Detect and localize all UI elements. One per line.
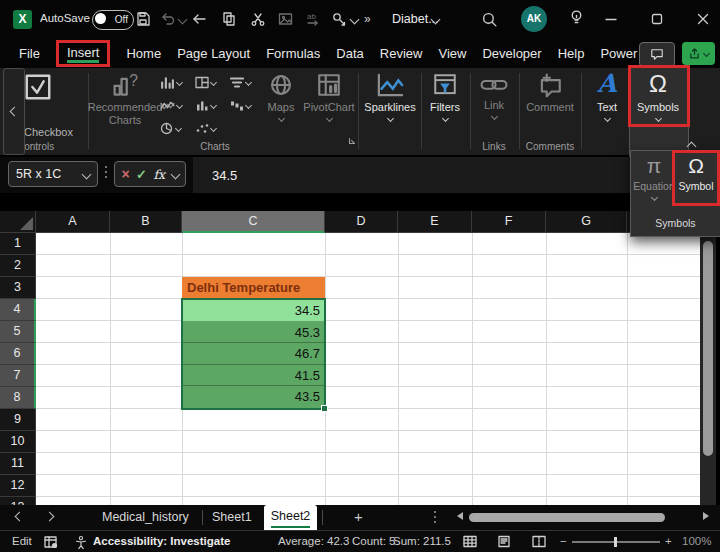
row-header-9[interactable]: 9 <box>0 409 36 431</box>
name-box[interactable]: 5R x 1C <box>8 161 98 187</box>
sheet-nav-right-icon[interactable] <box>45 512 55 522</box>
cell-c8[interactable]: 43.5 <box>183 386 324 408</box>
tab-insert[interactable]: Insert <box>67 45 100 60</box>
tab-page-layout[interactable]: Page Layout <box>177 46 250 61</box>
cell-c5[interactable]: 45.3 <box>183 322 324 344</box>
insert-treemap-chart-button[interactable] <box>195 76 216 89</box>
tab-home[interactable]: Home <box>126 46 161 61</box>
pivotchart-button[interactable]: PivotChart <box>300 72 358 121</box>
confirm-entry-button[interactable]: ✓ <box>136 167 147 182</box>
cell-c7[interactable]: 41.5 <box>183 365 324 387</box>
insert-column-chart-button[interactable] <box>160 76 182 89</box>
sheet-tab-medical-history[interactable]: Medical_history <box>102 510 189 524</box>
normal-view-icon[interactable] <box>463 535 477 548</box>
lightbulb-icon[interactable] <box>568 9 585 27</box>
comment-button[interactable]: Comment <box>524 72 576 113</box>
row-header-10[interactable]: 10 <box>0 431 36 453</box>
column-header-d[interactable]: D <box>325 211 398 233</box>
insert-pie-chart-button[interactable] <box>160 122 181 135</box>
undo-icon[interactable] <box>160 11 176 27</box>
cell-c3-title[interactable]: Delhi Temperature <box>182 277 325 299</box>
row-header-5[interactable]: 5 <box>0 321 36 343</box>
accessibility-icon[interactable] <box>74 535 88 550</box>
cancel-entry-button[interactable]: × <box>121 166 129 182</box>
sheet-tab-sheet1[interactable]: Sheet1 <box>212 510 252 524</box>
zoom-level[interactable]: 100% <box>682 535 711 547</box>
row-header-12[interactable]: 12 <box>0 475 36 497</box>
minimize-button[interactable] <box>605 18 617 21</box>
column-header-c[interactable]: C <box>182 211 325 233</box>
maps-button[interactable]: Maps <box>258 72 304 121</box>
close-button[interactable] <box>697 13 709 25</box>
comments-toggle-button[interactable] <box>639 42 675 67</box>
column-header-a[interactable]: A <box>36 211 110 233</box>
avatar[interactable]: AK <box>521 6 547 32</box>
tab-developer[interactable]: Developer <box>482 46 541 61</box>
page-layout-view-icon[interactable] <box>497 535 511 548</box>
recommended-charts-button[interactable]: ? Recommended Charts <box>95 72 155 126</box>
sheet-tab-sheet2-active[interactable]: Sheet2 <box>264 505 317 530</box>
checkbox-button[interactable]: Checkbox <box>25 72 85 138</box>
insert-line-chart-button[interactable] <box>160 99 182 112</box>
sparklines-button[interactable]: Sparklines <box>363 72 417 121</box>
symbols-button[interactable]: Ω Symbols <box>631 70 685 121</box>
cells-area[interactable] <box>36 233 700 505</box>
sheet-nav-left-icon[interactable] <box>15 512 25 522</box>
charts-dialog-launcher-icon[interactable] <box>347 136 357 146</box>
picture-icon[interactable] <box>277 11 294 27</box>
cell-c6[interactable]: 46.7 <box>183 343 324 365</box>
ribbon-scroll-left[interactable] <box>3 68 25 155</box>
page-break-view-icon[interactable] <box>532 535 546 548</box>
scroll-left-arrow-icon[interactable] <box>457 512 463 520</box>
draw-dropdown-icon[interactable] <box>350 15 360 25</box>
search-icon[interactable] <box>481 11 498 28</box>
horizontal-scrollbar[interactable] <box>455 512 711 523</box>
tab-view[interactable]: View <box>438 46 466 61</box>
link-button[interactable]: Link <box>474 72 514 119</box>
zoom-out-button[interactable]: − <box>560 535 567 547</box>
fill-handle[interactable] <box>321 405 328 412</box>
zoom-slider[interactable] <box>572 541 660 543</box>
scroll-right-arrow-icon[interactable] <box>703 512 709 520</box>
back-arrow-icon[interactable] <box>191 11 207 27</box>
insert-bar-chart-button[interactable] <box>195 99 216 112</box>
column-header-b[interactable]: B <box>110 211 182 233</box>
tab-data[interactable]: Data <box>336 46 363 61</box>
filters-button[interactable]: Filters <box>424 72 466 121</box>
vertical-scrollbar[interactable] <box>700 211 716 505</box>
selection-range[interactable]: 34.5 45.3 46.7 41.5 43.5 <box>181 298 326 410</box>
insert-function-button[interactable]: fx <box>153 167 165 182</box>
row-header-11[interactable]: 11 <box>0 453 36 475</box>
insert-hierarchy-chart-button[interactable] <box>230 76 251 89</box>
maximize-button[interactable] <box>651 13 663 25</box>
translate-icon[interactable]: ab <box>305 11 321 27</box>
row-header-2[interactable]: 2 <box>0 255 36 277</box>
zoom-in-button[interactable]: + <box>665 535 672 547</box>
equation-menu-item[interactable]: π Equation <box>634 153 674 200</box>
quick-access-overflow-icon[interactable]: » <box>364 12 371 26</box>
select-all-corner[interactable] <box>0 211 36 233</box>
tab-file[interactable]: File <box>19 46 40 61</box>
horizontal-scrollbar-thumb[interactable] <box>469 513 665 522</box>
copy-icon[interactable] <box>221 11 237 27</box>
column-header-g[interactable]: G <box>546 211 627 233</box>
macro-record-icon[interactable] <box>44 535 58 549</box>
row-header-8[interactable]: 8 <box>0 387 36 409</box>
column-header-f[interactable]: F <box>472 211 546 233</box>
zoom-slider-thumb[interactable] <box>614 537 617 547</box>
tab-review[interactable]: Review <box>380 46 423 61</box>
draw-pointer-icon[interactable] <box>331 11 347 27</box>
sheet-options-icon[interactable] <box>434 511 436 523</box>
row-header-13[interactable]: 13 <box>0 497 36 505</box>
insert-scatter-chart-button[interactable] <box>195 122 216 135</box>
tab-help[interactable]: Help <box>558 46 585 61</box>
symbol-menu-item[interactable]: Ω Symbol <box>676 153 716 192</box>
row-header-3[interactable]: 3 <box>0 277 36 299</box>
add-sheet-button[interactable]: + <box>354 508 363 525</box>
save-icon[interactable] <box>135 11 151 27</box>
excel-app-icon[interactable]: X <box>13 10 32 29</box>
autosave-toggle[interactable]: Off <box>92 10 134 30</box>
share-button[interactable] <box>682 42 715 65</box>
row-header-4[interactable]: 4 <box>0 299 36 321</box>
vertical-scrollbar-thumb[interactable] <box>703 241 713 456</box>
